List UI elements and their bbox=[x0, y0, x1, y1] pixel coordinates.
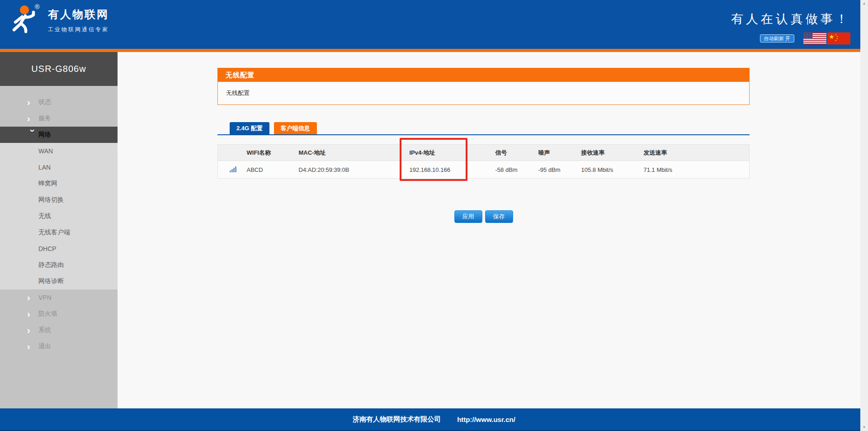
page-description-box: 无线配置 bbox=[217, 82, 750, 105]
sidebar-item-status[interactable]: › 状态 bbox=[0, 94, 118, 110]
table-header-row: WIFI名称 MAC-地址 IPv4-地址 信号 噪声 接收速率 发送速率 bbox=[218, 145, 750, 161]
sidebar-item-network-diagnosis[interactable]: 网络诊断 bbox=[0, 273, 118, 289]
chevron-right-icon: › bbox=[27, 293, 38, 302]
sidebar-menu: › 状态 › 服务 › 网络 WAN LAN 蜂窝网 bbox=[0, 86, 118, 355]
main-content: 无线配置 无线配置 2.4G 配置 客户端信息 bbox=[118, 52, 868, 408]
icon-column-header bbox=[218, 145, 247, 161]
sidebar: USR-G806w › 状态 › 服务 › 网络 WAN LAN bbox=[0, 52, 118, 408]
brand-name: 有人物联网 bbox=[48, 7, 109, 22]
column-header-ipv4: IPv4-地址 bbox=[410, 145, 495, 161]
sidebar-item-services[interactable]: › 服务 bbox=[0, 110, 118, 127]
action-buttons: 应用 保存 bbox=[217, 210, 750, 223]
wireless-config-panel: 无线配置 无线配置 2.4G 配置 客户端信息 bbox=[217, 68, 750, 223]
signal-icon-cell bbox=[218, 161, 247, 179]
brand-text: 有人物联网 工业物联网通信专家 bbox=[48, 7, 109, 33]
sidebar-item-dhcp[interactable]: DHCP bbox=[0, 241, 118, 257]
us-flag-icon[interactable] bbox=[803, 32, 826, 45]
sidebar-item-network[interactable]: › 网络 bbox=[0, 127, 118, 143]
sidebar-item-firewall[interactable]: › 防火墙 bbox=[0, 306, 118, 322]
sidebar-item-lan[interactable]: LAN bbox=[0, 159, 118, 175]
router-admin-page: ® 有人物联网 工业物联网通信专家 有人在认真做事！ 自动刷新 开 bbox=[0, 0, 868, 431]
cell-ipv4: 192.168.10.166 bbox=[410, 161, 495, 179]
auto-refresh-toggle[interactable]: 自动刷新 开 bbox=[760, 34, 794, 43]
page-footer: 济南有人物联网技术有限公司 http://www.usr.cn/ bbox=[0, 408, 868, 431]
header-accent-stripe bbox=[0, 49, 868, 52]
cell-rx-rate: 105.8 Mbit/s bbox=[581, 161, 644, 179]
sidebar-item-vpn[interactable]: › VPN bbox=[0, 289, 118, 306]
chevron-right-icon: › bbox=[27, 114, 38, 123]
tab-bar: 2.4G 配置 客户端信息 bbox=[217, 122, 750, 135]
slogan-text: 有人在认真做事！ bbox=[731, 11, 850, 27]
footer-website-link[interactable]: http://www.usr.cn/ bbox=[457, 416, 515, 423]
header-right: 有人在认真做事！ 自动刷新 开 bbox=[731, 11, 850, 45]
sidebar-item-logout[interactable]: › 退出 bbox=[0, 338, 118, 355]
chevron-right-icon: › bbox=[27, 342, 38, 351]
chevron-right-icon: › bbox=[27, 309, 38, 318]
column-header-signal: 信号 bbox=[495, 145, 538, 161]
cell-mac: D4:AD:20:59:39:0B bbox=[299, 161, 410, 179]
column-header-rx-rate: 接收速率 bbox=[581, 145, 644, 161]
chevron-right-icon: › bbox=[27, 98, 38, 107]
svg-text:★: ★ bbox=[835, 39, 837, 42]
registered-mark: ® bbox=[35, 3, 40, 10]
svg-text:★: ★ bbox=[836, 35, 838, 38]
column-header-noise: 噪声 bbox=[538, 145, 581, 161]
page-description: 无线配置 bbox=[226, 89, 250, 97]
signal-strength-icon bbox=[230, 166, 237, 172]
sidebar-item-static-route[interactable]: 静态路由 bbox=[0, 257, 118, 273]
china-flag-icon[interactable]: ★ ★ ★ ★ ★ bbox=[827, 32, 850, 45]
tab-client-info[interactable]: 客户端信息 bbox=[274, 122, 317, 134]
top-header: ® 有人物联网 工业物联网通信专家 有人在认真做事！ 自动刷新 开 bbox=[0, 0, 868, 49]
device-title: USR-G806w bbox=[0, 52, 118, 86]
column-header-tx-rate: 发送速率 bbox=[644, 145, 750, 161]
chevron-down-icon: › bbox=[28, 129, 38, 141]
cell-tx-rate: 71.1 Mbit/s bbox=[644, 161, 750, 179]
sidebar-item-wireless-client[interactable]: 无线客户端 bbox=[0, 224, 118, 241]
cell-wifi-name: ABCD bbox=[247, 161, 299, 179]
sidebar-item-network-switch[interactable]: 网络切换 bbox=[0, 192, 118, 208]
sidebar-item-wireless[interactable]: 无线 bbox=[0, 208, 118, 224]
scroll-down-icon[interactable]: ▼ bbox=[863, 425, 866, 430]
svg-text:★: ★ bbox=[829, 33, 835, 40]
cell-noise: -95 dBm bbox=[538, 161, 581, 179]
column-header-wifi-name: WIFI名称 bbox=[247, 145, 299, 161]
tab-2-4g-config[interactable]: 2.4G 配置 bbox=[230, 122, 269, 134]
table-row: ABCD D4:AD:20:59:39:0B 192.168.10.166 -5… bbox=[218, 161, 750, 179]
client-info-table: WIFI名称 MAC-地址 IPv4-地址 信号 噪声 接收速率 发送速率 bbox=[217, 144, 750, 179]
usr-logo-icon: ® bbox=[6, 3, 43, 38]
cell-signal: -58 dBm bbox=[495, 161, 538, 179]
sidebar-item-wan[interactable]: WAN bbox=[0, 143, 118, 159]
brand-subtitle: 工业物联网通信专家 bbox=[48, 26, 109, 33]
save-button[interactable]: 保存 bbox=[485, 210, 513, 223]
scroll-up-icon[interactable]: ▲ bbox=[863, 1, 866, 6]
scrollbar[interactable]: ▲ ▼ bbox=[860, 0, 868, 431]
footer-company: 济南有人物联网技术有限公司 bbox=[353, 415, 441, 424]
column-header-mac: MAC-地址 bbox=[299, 145, 410, 161]
sidebar-item-system[interactable]: › 系统 bbox=[0, 322, 118, 338]
chevron-right-icon: › bbox=[27, 326, 38, 335]
apply-button[interactable]: 应用 bbox=[454, 210, 482, 223]
logo: ® 有人物联网 工业物联网通信专家 bbox=[6, 3, 109, 38]
page-title: 无线配置 bbox=[217, 68, 750, 82]
sidebar-item-cellular[interactable]: 蜂窝网 bbox=[0, 175, 118, 192]
